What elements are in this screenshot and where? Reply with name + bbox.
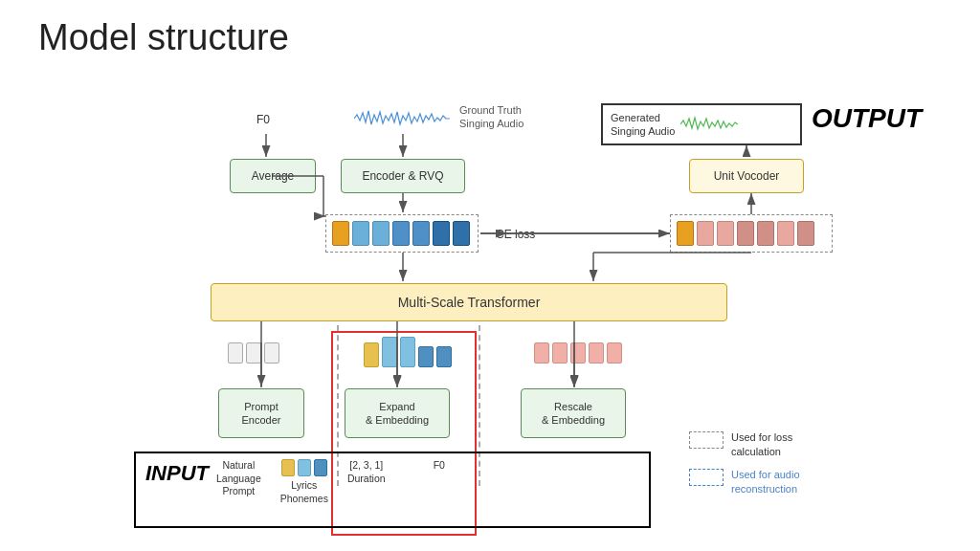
input-label: INPUT: [145, 461, 209, 486]
sm-blue-l2: [400, 337, 415, 367]
sm-pink5: [607, 342, 622, 364]
waveform-gt-icon: [354, 107, 450, 130]
token-blue2-left: [372, 221, 390, 246]
sm-white1: [228, 342, 243, 364]
sm-pink4: [589, 342, 604, 364]
token-row-left: [325, 214, 479, 253]
f0-bottom-text: F0: [434, 459, 445, 473]
legend-blue-text: Used for audioreconstruction: [731, 468, 800, 497]
bottom-tokens-right: [534, 342, 622, 364]
page-title: Model structure: [38, 17, 289, 58]
token-pink1-right: [697, 221, 714, 246]
token-pink4-right: [757, 221, 774, 246]
diagram-container: Model structure F0 Ground Truth Singing …: [0, 0, 980, 551]
bottom-tokens-mid: [364, 337, 452, 367]
generated-audio-box: GeneratedSinging Audio: [601, 103, 802, 145]
unit-vocoder-box: Unit Vocoder: [689, 159, 804, 193]
average-box: Average: [230, 159, 316, 193]
expand-embedding-box: Expand& Embedding: [345, 388, 450, 438]
lyrics-text: LyricsPhonemes: [280, 479, 328, 505]
rescale-embedding-box: Rescale& Embedding: [521, 388, 626, 438]
input-content: NaturalLanguagePrompt LyricsPhonemes [2,…: [216, 459, 639, 505]
legend-dashed-icon: [689, 431, 724, 449]
token-pink3-right: [737, 221, 754, 246]
sm-pink1: [534, 342, 549, 364]
input-duration: [2, 3, 1]Duration: [347, 459, 386, 485]
input-f0: F0: [434, 459, 445, 473]
token-pink2-right: [717, 221, 734, 246]
token-orange-left: [332, 221, 349, 246]
legend-item-dashed: Used for losscalculation: [689, 430, 900, 460]
token-blue3-left: [392, 221, 410, 246]
ce-loss-label: CE loss: [496, 228, 535, 241]
sm-blue-l1: [382, 337, 397, 367]
input-lyrics: LyricsPhonemes: [280, 459, 328, 505]
f0-top-label: F0: [256, 113, 270, 126]
sm-white3: [264, 342, 279, 364]
encoder-rvq-box: Encoder & RVQ: [341, 159, 465, 193]
sm-pink3: [570, 342, 586, 364]
gt-label: Ground Truth Singing Audio: [459, 103, 523, 131]
sm-pink2: [552, 342, 568, 364]
token-blue4-left: [412, 221, 430, 246]
token-orange-right: [677, 221, 694, 246]
token-pink6-right: [797, 221, 814, 246]
token-row-right: [670, 214, 833, 253]
sm-white2: [246, 342, 261, 364]
legend: Used for losscalculation Used for audior…: [689, 430, 900, 505]
transformer-box: Multi-Scale Transformer: [211, 283, 727, 321]
legend-item-blue: Used for audioreconstruction: [689, 468, 900, 497]
natural-lang-text: NaturalLanguagePrompt: [216, 459, 261, 498]
token-blue5-left: [433, 221, 450, 246]
legend-dashed-text: Used for losscalculation: [731, 430, 792, 460]
token-pink5-right: [777, 221, 794, 246]
legend-blue-icon: [689, 469, 724, 486]
generated-label: GeneratedSinging Audio: [611, 111, 675, 139]
input-box: INPUT NaturalLanguagePrompt LyricsPhonem…: [134, 452, 651, 528]
duration-text: [2, 3, 1]Duration: [347, 459, 386, 485]
inp-blue-m: [314, 459, 327, 476]
input-natural-lang: NaturalLanguagePrompt: [216, 459, 261, 498]
sm-blue-m2: [436, 346, 452, 367]
lyrics-blocks: [281, 459, 327, 476]
inp-yellow: [281, 459, 295, 476]
output-label: OUTPUT: [812, 103, 922, 134]
sm-blue-m1: [418, 346, 434, 367]
waveform-gen-icon: [680, 114, 738, 135]
token-blue6-left: [453, 221, 470, 246]
bottom-tokens-left: [228, 342, 279, 364]
sm-yellow1: [364, 342, 379, 367]
prompt-encoder-box: PromptEncoder: [218, 388, 304, 438]
token-blue1-left: [352, 221, 369, 246]
inp-blue-l: [298, 459, 311, 476]
